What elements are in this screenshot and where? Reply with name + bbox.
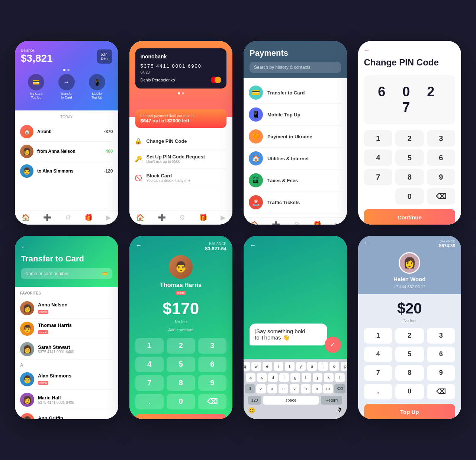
- key-0[interactable]: 0: [395, 384, 424, 399]
- list-item[interactable]: 👩 Marie Hall 5375 4141 0001 6400: [20, 390, 113, 410]
- key-l[interactable]: l: [335, 373, 345, 382]
- key-5[interactable]: 5: [395, 149, 424, 166]
- key-y[interactable]: y: [296, 362, 306, 371]
- key-1[interactable]: 1: [135, 338, 164, 354]
- home-nav-icon[interactable]: 🏠: [22, 213, 30, 222]
- key-w[interactable]: w: [251, 362, 261, 371]
- add-nav-icon[interactable]: ➕: [43, 213, 51, 222]
- key-3[interactable]: 3: [427, 328, 456, 344]
- key-j[interactable]: j: [313, 373, 322, 382]
- key-q[interactable]: q: [244, 362, 250, 371]
- gift-nav-icon[interactable]: 🎁: [84, 213, 93, 222]
- table-row[interactable]: 👨 to Alan Simmons -120: [20, 161, 113, 181]
- payments-search[interactable]: Search by history & contacts: [250, 62, 341, 73]
- key-t[interactable]: t: [285, 362, 295, 371]
- gift-nav-icon[interactable]: 🎁: [199, 213, 207, 222]
- key-2[interactable]: 2: [395, 328, 424, 344]
- key-a[interactable]: a: [246, 373, 255, 382]
- change-pin-item[interactable]: 🔒 Change PIN Code: [135, 133, 228, 149]
- key-2[interactable]: 2: [167, 338, 195, 354]
- play-nav-icon[interactable]: ▶: [106, 213, 111, 222]
- block-card-item[interactable]: 🚫 Block Card You can unblock it anytime: [135, 168, 228, 187]
- key-d[interactable]: d: [268, 373, 278, 382]
- gift-nav-icon[interactable]: 🎁: [313, 221, 321, 224]
- key-z[interactable]: z: [256, 384, 266, 393]
- key-0[interactable]: 0: [167, 394, 195, 409]
- key-n[interactable]: n: [312, 384, 322, 393]
- key-9[interactable]: 9: [427, 169, 456, 185]
- key-p[interactable]: p: [341, 362, 347, 371]
- topup-button[interactable]: Top Up: [364, 404, 456, 419]
- list-item[interactable]: 👩 Sarah Stewart 5375 4141 0001 6400: [20, 339, 113, 360]
- key-f[interactable]: f: [279, 373, 289, 382]
- key-backspace[interactable]: ⌫: [427, 188, 456, 205]
- key-9[interactable]: 9: [198, 375, 227, 391]
- key-3[interactable]: 3: [198, 338, 227, 354]
- key-g[interactable]: g: [290, 373, 300, 382]
- key-4[interactable]: 4: [364, 347, 393, 362]
- back-button[interactable]: ←: [250, 242, 256, 250]
- settings-nav-icon[interactable]: ⚙: [179, 213, 185, 222]
- key-backspace[interactable]: ⌫: [427, 384, 456, 399]
- settings-nav-icon[interactable]: ⚙: [294, 221, 300, 224]
- key-0[interactable]: 0: [395, 188, 424, 205]
- key-1[interactable]: 1: [364, 130, 393, 147]
- list-item[interactable]: 🚨 Traffic Tickets: [249, 192, 342, 213]
- key-1[interactable]: 1: [364, 328, 393, 344]
- space-key[interactable]: space: [263, 396, 319, 405]
- key-7[interactable]: 7: [364, 169, 393, 185]
- setup-pin-item[interactable]: 🔑 Set Up PIN Code Request Don't ask up t…: [135, 149, 228, 168]
- list-item[interactable]: 👩 Ann Griffin 4149 5567 3328 0287: [20, 410, 113, 419]
- shift-key[interactable]: ⬆: [245, 384, 255, 393]
- key-s[interactable]: s: [257, 373, 267, 382]
- list-item[interactable]: 🏛 Taxes & Fees: [249, 170, 342, 192]
- list-item[interactable]: 🏠 Utilities & Internet: [249, 148, 342, 170]
- key-8[interactable]: 8: [395, 365, 424, 381]
- key-k[interactable]: k: [324, 373, 334, 382]
- settings-nav-icon[interactable]: ⚙: [65, 213, 71, 222]
- list-item[interactable]: 👩 Anna Nelson mono: [20, 298, 113, 319]
- send-fab-button[interactable]: ✓: [325, 337, 341, 353]
- key-m[interactable]: m: [323, 384, 333, 393]
- add-nav-icon[interactable]: ➕: [158, 213, 166, 222]
- transfer-to-card-btn[interactable]: → Transferto Card: [58, 74, 75, 99]
- key-o[interactable]: o: [329, 362, 339, 371]
- back-button[interactable]: ←: [364, 239, 370, 248]
- key-5[interactable]: 5: [395, 347, 424, 362]
- key-4[interactable]: 4: [135, 357, 164, 372]
- key-dot[interactable]: .: [364, 384, 393, 399]
- key-6[interactable]: 6: [198, 357, 227, 372]
- list-item[interactable]: 👨 Alan Simmons mono: [20, 369, 113, 390]
- key-2[interactable]: 2: [395, 130, 424, 147]
- key-dot[interactable]: .: [135, 394, 164, 409]
- play-nav-icon[interactable]: ▶: [335, 221, 340, 224]
- back-button[interactable]: ←: [21, 243, 112, 251]
- key-3[interactable]: 3: [427, 130, 456, 147]
- emoji-icon[interactable]: 😊: [248, 407, 255, 414]
- list-item[interactable]: 🧡 Payment in Ukraine: [249, 126, 342, 148]
- home-nav-icon[interactable]: 🏠: [250, 221, 258, 224]
- mobile-topup-btn[interactable]: 📱 MobileTop Up: [89, 74, 105, 99]
- key-r[interactable]: r: [274, 362, 283, 371]
- card-search-input[interactable]: Name or card number 💳: [21, 268, 112, 279]
- key-e[interactable]: e: [263, 362, 272, 371]
- table-row[interactable]: 👩 from Anna Nelson 460: [20, 142, 113, 161]
- key-9[interactable]: 9: [427, 365, 456, 381]
- key-h[interactable]: h: [302, 373, 311, 382]
- key-6[interactable]: 6: [427, 347, 456, 362]
- key-b[interactable]: b: [301, 384, 311, 393]
- key-backspace[interactable]: ⌫: [198, 394, 227, 409]
- mic-icon[interactable]: 🎙: [337, 407, 342, 414]
- key-6[interactable]: 6: [427, 149, 456, 166]
- key-c[interactable]: c: [279, 384, 288, 393]
- key-7[interactable]: 7: [135, 375, 164, 391]
- list-item[interactable]: 👨 Thomas Harris mono: [20, 319, 113, 339]
- key-x[interactable]: x: [267, 384, 277, 393]
- key-8[interactable]: 8: [167, 375, 195, 391]
- key-i[interactable]: i: [318, 362, 328, 371]
- add-comment[interactable]: Add comment: [168, 328, 193, 332]
- num-key[interactable]: 123: [248, 396, 261, 405]
- return-key[interactable]: Return: [321, 396, 342, 405]
- back-button[interactable]: ←: [135, 242, 142, 250]
- continue-button[interactable]: Continue: [364, 209, 456, 224]
